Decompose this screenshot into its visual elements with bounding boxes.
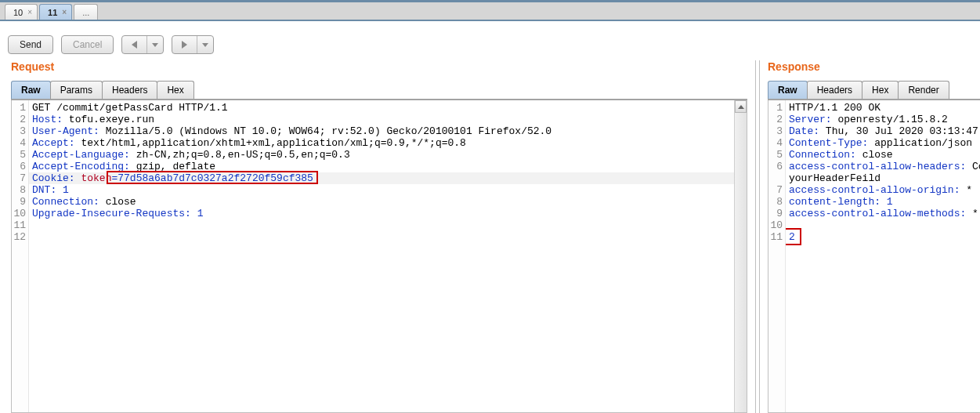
request-tab-raw[interactable]: Raw	[11, 81, 51, 99]
chevron-left-icon	[132, 41, 137, 49]
response-tab-hex[interactable]: Hex	[862, 81, 899, 99]
tab-label: 11	[48, 8, 57, 17]
request-subtabs: Raw Params Headers Hex	[11, 81, 747, 100]
chevron-right-icon	[182, 41, 187, 49]
request-tab-params[interactable]: Params	[50, 81, 103, 99]
request-editor[interactable]: 123456789101112 GET /commit/getPassCard …	[11, 100, 747, 413]
response-panel: Response Raw Headers Hex Render 123456 7…	[760, 60, 980, 413]
response-tab-headers[interactable]: Headers	[807, 81, 862, 99]
top-tab-11[interactable]: 11 ×	[39, 4, 72, 20]
request-tab-hex[interactable]: Hex	[157, 81, 193, 99]
response-editor[interactable]: 123456 7891011 HTTP/1.1 200 OKServer: op…	[768, 100, 980, 413]
response-tab-raw[interactable]: Raw	[768, 81, 808, 99]
main-columns: Request Raw Params Headers Hex 123456789…	[0, 60, 980, 413]
cancel-button[interactable]: Cancel	[61, 35, 114, 54]
scroll-up-button[interactable]	[735, 100, 747, 113]
tab-label: ...	[82, 8, 89, 17]
top-tab-strip: 10 × 11 × ...	[0, 2, 980, 21]
request-lines[interactable]: GET /commit/getPassCard HTTP/1.1Host: to…	[29, 100, 734, 412]
top-tab-10[interactable]: 10 ×	[5, 4, 38, 20]
top-tab-more[interactable]: ...	[74, 4, 98, 20]
tab-label: 10	[13, 8, 23, 17]
prev-button[interactable]	[121, 35, 164, 54]
chevron-down-icon	[152, 43, 158, 47]
request-gutter: 123456789101112	[12, 100, 29, 412]
response-lines[interactable]: HTTP/1.1 200 OKServer: openresty/1.15.8.…	[786, 100, 980, 412]
response-tab-render[interactable]: Render	[898, 81, 949, 99]
close-icon[interactable]: ×	[62, 8, 67, 16]
response-subtabs: Raw Headers Hex Render	[768, 81, 980, 100]
request-title: Request	[11, 60, 747, 73]
next-button[interactable]	[172, 35, 214, 54]
scrollbar[interactable]	[734, 100, 747, 412]
request-tab-headers[interactable]: Headers	[102, 81, 157, 99]
send-button[interactable]: Send	[8, 35, 53, 54]
chevron-down-icon	[202, 43, 208, 47]
response-title: Response	[768, 60, 980, 73]
toolbar: Send Cancel	[0, 21, 980, 60]
request-panel: Request Raw Params Headers Hex 123456789…	[0, 60, 755, 413]
response-gutter: 123456 7891011	[768, 100, 786, 412]
close-icon[interactable]: ×	[27, 8, 32, 16]
